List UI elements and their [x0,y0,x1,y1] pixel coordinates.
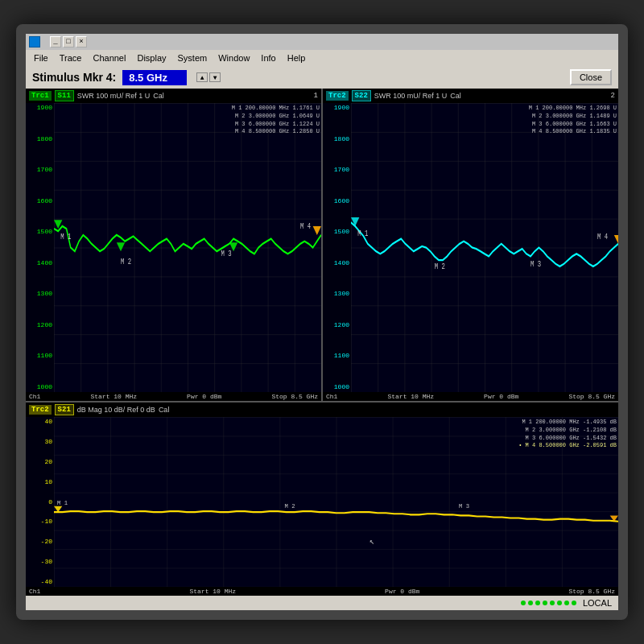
spinner-up[interactable]: ▲ [196,72,208,82]
svg-text:M 1: M 1 [357,229,368,239]
svg-rect-1 [54,103,321,392]
panel3-start: Start 10 MHz [189,588,236,595]
panel2-info: SWR 100 mU/ Ref 1 U [374,92,448,100]
app-icon [29,36,40,47]
svg-text:↖: ↖ [369,537,374,547]
led-6 [557,601,562,605]
stimulus-bar: Stimulus Mkr 4: 8.5 GHz ▲ ▼ Close [26,66,618,89]
panel3-footer: Ch1 Start 10 MHz Pwr 0 dBm Stop 8.5 GHz [26,587,618,596]
local-status: LOCAL [583,598,612,608]
maximize-button[interactable]: □ [63,36,74,47]
svg-text:M 4: M 4 [597,231,608,242]
panel2-stop: Stop 8.5 GHz [568,393,615,400]
panel2-y-axis: 1900 1800 1700 1600 1500 1400 1300 1200 … [323,103,351,392]
trc1-badge: Trc1 [29,91,52,101]
stimulus-label: Stimulus Mkr 4: [32,71,116,84]
panel3-cal: Cal [159,406,170,414]
s21-param[interactable]: S21 [55,404,74,415]
close-button-stimulus[interactable]: Close [570,69,612,85]
panel2-pwr: Pwr 0 dBm [484,393,518,400]
panel3-info: dB Mag 10 dB/ Ref 0 dB [77,406,155,414]
s22-param[interactable]: S22 [352,90,371,101]
panel1-ch: Ch1 [29,393,40,400]
panel1-pwr: Pwr 0 dBm [187,393,221,400]
window-controls: _ □ × [50,36,87,47]
led-2 [528,601,533,605]
panel1-num: 1 [314,92,318,100]
panel-s11-header: Trc1 S11 SWR 100 mU/ Ref 1 U Cal 1 [26,89,321,103]
trc2-badge: Trc2 [326,91,349,101]
panel1-start: Start 10 MHz [90,393,137,400]
panel2-svg: M 1 M 2 M 3 M 4 [351,103,618,392]
svg-text:M 2: M 2 [285,503,295,510]
panel2-cal: Cal [450,92,461,100]
panel2-chart-area: 1900 1800 1700 1600 1500 1400 1300 1200 … [323,103,618,392]
menu-file[interactable]: File [29,52,53,64]
panel1-footer: Ch1 Start 10 MHz Pwr 0 dBm Stop 8.5 GHz [26,392,321,401]
panel2-markers: M 1 200.00000 MHz 1.2698 U M 2 3.000000 … [529,105,617,136]
panel3-chart-area: 40 30 20 10 0 -10 -20 -30 -40 [26,417,618,587]
led-4 [543,601,547,605]
svg-text:M 3: M 3 [459,503,469,510]
led-8 [572,601,576,605]
monitor: _ □ × File Trace Channel Display System … [16,24,628,620]
led-5 [550,601,555,605]
menu-channel[interactable]: Channel [88,52,130,64]
menu-window[interactable]: Window [213,52,254,64]
panel1-y-axis: 1900 1800 1700 1600 1500 1400 1300 1200 … [26,103,54,392]
panel3-grid: M 1 M 2 M 3 ↖ M 1 200.00000 MHz -1.4935 … [54,417,618,587]
panel2-footer: Ch1 Start 10 MHz Pwr 0 dBm Stop 8.5 GHz [323,392,618,401]
led-3 [535,601,540,605]
title-bar: _ □ × [26,34,618,50]
led-1 [521,601,526,605]
svg-text:M 1: M 1 [60,231,71,242]
panel3-ch: Ch1 [29,588,40,595]
menu-trace[interactable]: Trace [55,52,87,64]
menu-help[interactable]: Help [283,52,311,64]
menu-bar: File Trace Channel Display System Window… [26,50,618,66]
svg-text:M 4: M 4 [300,221,311,232]
panel-s11: Trc1 S11 SWR 100 mU/ Ref 1 U Cal 1 1900 … [26,89,323,401]
panel1-markers: M 1 200.00000 MHz 1.1761 U M 2 3.000000 … [232,105,320,136]
main-content: Trc1 S11 SWR 100 mU/ Ref 1 U Cal 1 1900 … [26,89,618,596]
menu-info[interactable]: Info [256,52,280,64]
led-indicators [521,601,576,605]
trc3-badge: Trc2 [29,405,52,415]
panel2-num: 2 [611,92,615,100]
panel-s21-header: Trc2 S21 dB Mag 10 dB/ Ref 0 dB Cal [26,402,618,417]
status-bar: LOCAL [26,596,618,610]
panel2-ch: Ch1 [326,393,337,400]
panel1-grid: M 1 M 2 M 3 M 4 M 1 200.00000 MHz 1.1761… [54,103,321,392]
svg-text:M 3: M 3 [221,249,232,259]
panel-s21: Trc2 S21 dB Mag 10 dB/ Ref 0 dB Cal 40 3… [26,402,618,596]
svg-text:M 2: M 2 [435,262,445,272]
panel-s22-header: Trc2 S22 SWR 100 mU/ Ref 1 U Cal 2 [323,89,618,103]
menu-display[interactable]: Display [132,52,171,64]
panel-s22: Trc2 S22 SWR 100 mU/ Ref 1 U Cal 2 1900 … [323,89,618,401]
panel3-stop: Stop 8.5 GHz [568,588,615,595]
panel1-info: SWR 100 mU/ Ref 1 U [77,92,151,100]
led-7 [564,601,569,605]
panel2-grid: M 1 M 2 M 3 M 4 M 1 200.00000 MHz 1.2698… [351,103,618,392]
stimulus-value[interactable]: 8.5 GHz [122,70,187,85]
svg-text:M 1: M 1 [57,500,68,506]
minimize-button[interactable]: _ [50,36,61,47]
panel1-stop: Stop 8.5 GHz [271,393,318,400]
panel1-svg: M 1 M 2 M 3 M 4 [54,103,321,392]
panel3-markers: M 1 200.00000 MHz -1.4935 dB M 2 3.00000… [518,419,617,450]
panel1-cal: Cal [153,92,164,100]
panel2-start: Start 10 MHz [387,393,434,400]
menu-system[interactable]: System [173,52,213,64]
svg-rect-11 [351,103,618,392]
spinner-down[interactable]: ▼ [209,72,221,82]
svg-text:M 3: M 3 [530,258,541,269]
panel3-y-axis: 40 30 20 10 0 -10 -20 -30 -40 [26,417,54,587]
s11-param[interactable]: S11 [55,90,74,101]
top-panels: Trc1 S11 SWR 100 mU/ Ref 1 U Cal 1 1900 … [26,89,618,402]
panel3-pwr: Pwr 0 dBm [385,588,419,595]
svg-text:M 2: M 2 [121,256,131,266]
panel1-chart-area: 1900 1800 1700 1600 1500 1400 1300 1200 … [26,103,321,392]
close-button[interactable]: × [76,36,87,47]
